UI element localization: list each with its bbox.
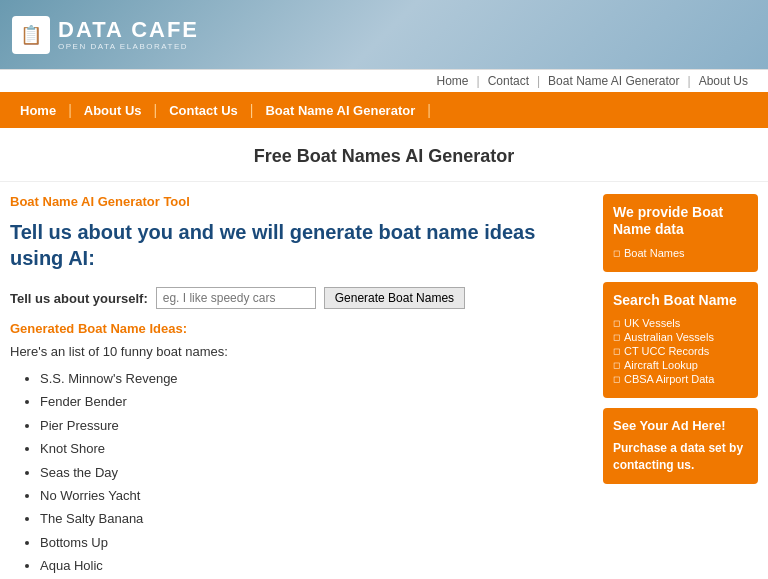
main-content: Free Boat Names AI Generator Boat Name A… — [0, 128, 768, 579]
tool-label: Boat Name AI Generator Tool — [10, 194, 591, 209]
sidebar-box-search: Search Boat Name UK Vessels Australian V… — [603, 282, 758, 399]
top-nav-sep2: | — [537, 74, 540, 88]
sidebar-box1-links: Boat Names — [613, 246, 748, 260]
ct-ucc-link[interactable]: CT UCC Records — [624, 345, 709, 357]
logo: 📋 DATA CAFE OPEN DATA ELABORATED — [12, 16, 199, 54]
orange-nav: Home | About Us | Contact Us | Boat Name… — [0, 92, 768, 128]
sidebar-link-ct[interactable]: CT UCC Records — [613, 344, 748, 358]
sidebar-box2-links: UK Vessels Australian Vessels CT UCC Rec… — [613, 316, 748, 386]
tell-us-row: Tell us about yourself: Generate Boat Na… — [10, 287, 591, 309]
list-item: Aqua Holic — [40, 554, 591, 577]
au-vessels-link[interactable]: Australian Vessels — [624, 331, 714, 343]
top-nav-sep1: | — [477, 74, 480, 88]
list-item: Bottoms Up — [40, 531, 591, 554]
sidebar-link-aircraft[interactable]: Aircraft Lookup — [613, 358, 748, 372]
left-panel: Boat Name AI Generator Tool Tell us abou… — [10, 194, 591, 579]
logo-title: DATA CAFE — [58, 18, 199, 42]
sidebar-box2-title: Search Boat Name — [613, 292, 748, 309]
ad-box-title: See Your Ad Here! — [613, 418, 748, 434]
logo-text: DATA CAFE OPEN DATA ELABORATED — [58, 18, 199, 51]
sidebar-link-boat-names[interactable]: Boat Names — [613, 246, 748, 260]
orange-nav-contact[interactable]: Contact Us — [157, 103, 250, 118]
list-intro: Here's an list of 10 funny boat names: — [10, 344, 591, 359]
orange-nav-home[interactable]: Home — [8, 103, 68, 118]
list-item: Pier Pressure — [40, 414, 591, 437]
top-nav-sep3: | — [688, 74, 691, 88]
sidebar-link-au[interactable]: Australian Vessels — [613, 330, 748, 344]
ad-box-text: Purchase a data set by contacting us. — [613, 440, 748, 474]
list-item: Fender Bender — [40, 390, 591, 413]
tell-us-label: Tell us about yourself: — [10, 291, 148, 306]
sidebar-box-boat-names: We provide Boat Name data Boat Names — [603, 194, 758, 272]
sidebar-link-cbsa[interactable]: CBSA Airport Data — [613, 372, 748, 386]
top-nav-about[interactable]: About Us — [699, 74, 748, 88]
main-heading: Tell us about you and we will generate b… — [10, 219, 591, 271]
cbsa-link[interactable]: CBSA Airport Data — [624, 373, 715, 385]
generated-label: Generated Boat Name Ideas: — [10, 321, 591, 336]
list-item: Seas the Day — [40, 461, 591, 484]
boat-names-list: S.S. Minnow's Revenge Fender Bender Pier… — [10, 367, 591, 579]
orange-nav-generator[interactable]: Boat Name AI Generator — [253, 103, 427, 118]
tell-us-input[interactable] — [156, 287, 316, 309]
orange-nav-about[interactable]: About Us — [72, 103, 154, 118]
boat-names-link[interactable]: Boat Names — [624, 247, 685, 259]
list-item: The Salty Banana — [40, 507, 591, 530]
right-sidebar: We provide Boat Name data Boat Names Sea… — [603, 194, 758, 579]
logo-icon: 📋 — [12, 16, 50, 54]
list-item: Knot Shore — [40, 437, 591, 460]
list-item: S.S. Minnow's Revenge — [40, 367, 591, 390]
top-nav: Home | Contact | Boat Name AI Generator … — [0, 69, 768, 92]
list-item: No Worries Yacht — [40, 484, 591, 507]
uk-vessels-link[interactable]: UK Vessels — [624, 317, 680, 329]
top-nav-contact[interactable]: Contact — [488, 74, 529, 88]
page-title: Free Boat Names AI Generator — [0, 128, 768, 182]
sidebar-ad-box: See Your Ad Here! Purchase a data set by… — [603, 408, 758, 483]
aircraft-link[interactable]: Aircraft Lookup — [624, 359, 698, 371]
orange-sep4: | — [427, 102, 431, 118]
content-row: Boat Name AI Generator Tool Tell us abou… — [0, 182, 768, 579]
sidebar-box1-title: We provide Boat Name data — [613, 204, 748, 238]
generate-button[interactable]: Generate Boat Names — [324, 287, 465, 309]
top-nav-home[interactable]: Home — [436, 74, 468, 88]
sidebar-link-uk[interactable]: UK Vessels — [613, 316, 748, 330]
top-nav-generator[interactable]: Boat Name AI Generator — [548, 74, 679, 88]
logo-subtitle: OPEN DATA ELABORATED — [58, 42, 199, 51]
top-header: 📋 DATA CAFE OPEN DATA ELABORATED — [0, 0, 768, 69]
